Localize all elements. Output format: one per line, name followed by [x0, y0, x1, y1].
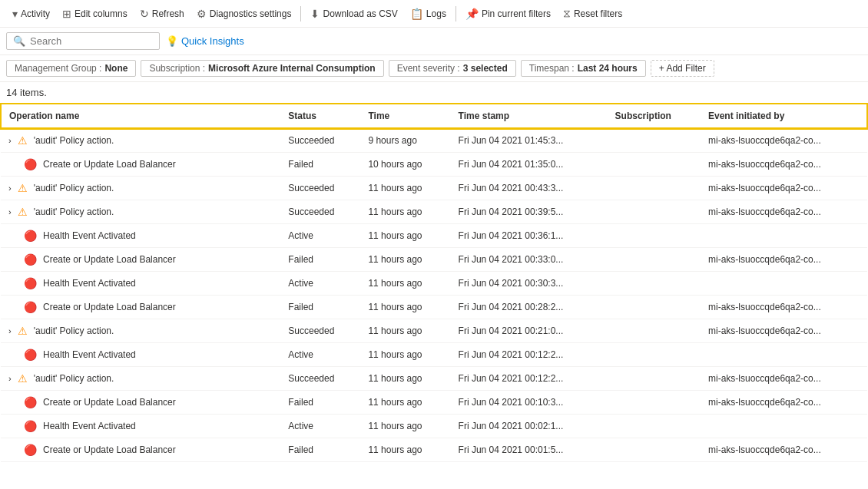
expand-button[interactable]: ›	[8, 326, 15, 335]
timestamp-cell: Fri Jun 04 2021 00:39:5...	[451, 200, 608, 224]
timestamp-cell: Fri Jun 04 2021 00:33:0...	[451, 248, 608, 272]
status-cell: Succeeded	[280, 319, 360, 343]
download-icon: ⬇	[310, 8, 320, 20]
operation-name-cell[interactable]: 🔴Health Event Activated	[1, 224, 280, 248]
management-group-filter[interactable]: Management Group : None	[6, 60, 136, 77]
timestamp-cell: Fri Jun 04 2021 00:43:3...	[451, 177, 608, 200]
initiated-by-cell	[701, 224, 867, 248]
table-row: ›⚠'audit' Policy action.Succeeded11 hour…	[1, 200, 867, 224]
critical-icon: 🔴	[24, 420, 37, 432]
subscription-cell	[608, 296, 701, 319]
diagnostics-button[interactable]: ⚙ Diagnostics settings	[190, 5, 298, 23]
warning-icon: ⚠	[18, 206, 28, 218]
download-label: Download as CSV	[323, 8, 397, 19]
operation-name-cell[interactable]: ›⚠'audit' Policy action.	[1, 367, 280, 391]
search-input[interactable]	[30, 35, 153, 47]
pin-filters-button[interactable]: 📌 Pin current filters	[459, 5, 557, 23]
search-box[interactable]: 🔍	[6, 32, 160, 50]
table-row: ›⚠'audit' Policy action.Succeeded11 hour…	[1, 177, 867, 200]
critical-icon: 🔴	[24, 277, 37, 289]
status-cell: Active	[280, 343, 360, 367]
operation-name-text: Create or Update Load Balancer	[43, 254, 176, 265]
management-group-value: None	[104, 63, 128, 74]
status-cell: Failed	[280, 248, 360, 272]
expand-button[interactable]: ›	[8, 374, 15, 383]
timestamp-cell: Fri Jun 04 2021 01:35:0...	[451, 153, 608, 177]
activity-button[interactable]: ▾ Activity	[6, 5, 56, 23]
operation-name-cell[interactable]: 🔴Create or Update Load Balancer	[1, 153, 280, 177]
add-filter-button[interactable]: + Add Filter	[651, 60, 714, 77]
col-time[interactable]: Time	[360, 104, 450, 128]
edit-columns-button[interactable]: ⊞ Edit columns	[56, 5, 134, 23]
expand-button[interactable]: ›	[8, 207, 15, 216]
status-cell: Succeeded	[280, 128, 360, 153]
time-cell: 11 hours ago	[360, 391, 450, 415]
timespan-filter[interactable]: Timespan : Last 24 hours	[521, 60, 646, 77]
col-status[interactable]: Status	[280, 104, 360, 128]
operation-name-cell[interactable]: 🔴Create or Update Load Balancer	[1, 248, 280, 272]
subscription-label: Subscription :	[149, 63, 205, 74]
time-cell: 11 hours ago	[360, 200, 450, 224]
error-icon: 🔴	[24, 301, 37, 313]
subscription-cell	[608, 272, 701, 296]
timespan-value: Last 24 hours	[578, 63, 638, 74]
status-cell: Failed	[280, 153, 360, 177]
warning-icon: ⚠	[18, 325, 28, 337]
operation-name-cell[interactable]: 🔴Create or Update Load Balancer	[1, 296, 280, 319]
col-operation-name[interactable]: Operation name	[1, 104, 280, 128]
add-filter-label: + Add Filter	[659, 63, 706, 74]
event-severity-filter[interactable]: Event severity : 3 selected	[389, 60, 516, 77]
subscription-cell	[608, 128, 701, 153]
operation-name-text: 'audit' Policy action.	[34, 373, 114, 384]
refresh-icon: ↻	[140, 8, 149, 20]
status-cell: Succeeded	[280, 177, 360, 200]
operation-name-cell[interactable]: 🔴Create or Update Load Balancer	[1, 438, 280, 462]
subscription-cell	[608, 438, 701, 462]
status-cell: Failed	[280, 391, 360, 415]
col-timestamp[interactable]: Time stamp	[451, 104, 608, 128]
subscription-cell	[608, 153, 701, 177]
critical-icon: 🔴	[24, 230, 37, 242]
operation-name-cell[interactable]: 🔴Health Event Activated	[1, 415, 280, 438]
time-cell: 11 hours ago	[360, 224, 450, 248]
table-row: 🔴Create or Update Load BalancerFailed11 …	[1, 438, 867, 462]
operation-name-cell[interactable]: 🔴Create or Update Load Balancer	[1, 391, 280, 415]
event-severity-value: 3 selected	[463, 63, 508, 74]
time-cell: 11 hours ago	[360, 296, 450, 319]
refresh-button[interactable]: ↻ Refresh	[134, 5, 190, 23]
table-row: 🔴Create or Update Load BalancerFailed11 …	[1, 296, 867, 319]
timespan-label: Timespan :	[529, 63, 575, 74]
reset-filters-label: Reset filters	[574, 8, 622, 19]
time-cell: 11 hours ago	[360, 343, 450, 367]
operation-name-cell[interactable]: ›⚠'audit' Policy action.	[1, 128, 280, 153]
expand-button[interactable]: ›	[8, 136, 15, 145]
operation-name-cell[interactable]: ›⚠'audit' Policy action.	[1, 319, 280, 343]
filter-icon: ⧖	[563, 7, 571, 20]
reset-filters-button[interactable]: ⧖ Reset filters	[557, 4, 628, 23]
items-count: 14 items.	[0, 82, 868, 103]
operation-name-cell[interactable]: 🔴Health Event Activated	[1, 272, 280, 296]
toolbar-divider-2	[456, 6, 456, 21]
initiated-by-cell	[701, 415, 867, 438]
expand-button[interactable]: ›	[8, 183, 15, 193]
operation-name-cell[interactable]: 🔴Health Event Activated	[1, 343, 280, 367]
operation-name-cell[interactable]: ›⚠'audit' Policy action.	[1, 177, 280, 200]
download-button[interactable]: ⬇ Download as CSV	[304, 5, 403, 23]
time-cell: 11 hours ago	[360, 177, 450, 200]
subscription-filter[interactable]: Subscription : Microsoft Azure Internal …	[141, 60, 383, 77]
table-row: 🔴Health Event ActivatedActive11 hours ag…	[1, 224, 867, 248]
subscription-cell	[608, 177, 701, 200]
time-cell: 9 hours ago	[360, 128, 450, 153]
error-icon: 🔴	[24, 158, 37, 170]
operation-name-cell[interactable]: ›⚠'audit' Policy action.	[1, 200, 280, 224]
logs-button[interactable]: 📋 Logs	[404, 5, 452, 23]
status-cell: Active	[280, 272, 360, 296]
col-subscription[interactable]: Subscription	[608, 104, 701, 128]
initiated-by-cell: mi-aks-lsuoccqde6qa2-co...	[701, 391, 867, 415]
refresh-label: Refresh	[152, 8, 184, 19]
table-row: ›⚠'audit' Policy action.Succeeded11 hour…	[1, 319, 867, 343]
error-icon: 🔴	[24, 396, 37, 408]
subscription-cell	[608, 248, 701, 272]
quick-insights-button[interactable]: 💡 Quick Insights	[166, 35, 244, 47]
col-initiated-by[interactable]: Event initiated by	[701, 104, 867, 128]
